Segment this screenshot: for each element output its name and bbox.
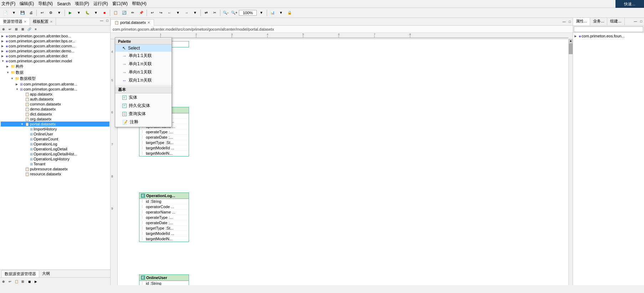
menu-nav[interactable]: 导航(N) [38,1,53,7]
right-tab-properties[interactable]: 属性... [573,18,590,25]
toolbar-zoom-dropdown[interactable]: ▼ [257,9,265,17]
entity-operation-log-2[interactable]: E OperationLog... ⋮ id :String ⋮ operato… [139,192,189,242]
tab-template-close[interactable]: ✕ [50,20,53,24]
toolbar-btn10[interactable]: 🐛 [83,9,91,17]
context-menu-relation3[interactable]: → 单向n:1关联 [115,68,172,76]
diagram-canvas[interactable]: 4 5 6 7 8 9 oldDataJson :S... [111,39,573,285]
panel-btn2[interactable]: ↩ [7,26,13,32]
tree-item-8[interactable]: ▼ 📁 数据模型 [1,76,109,82]
toolbar-zoom-in[interactable]: 🔍+ [230,9,238,17]
bottom-btn4[interactable]: ⊞ [20,279,26,284]
tree-item-1[interactable]: ▶ ■ com.primeton.gocom.afcenter.bps.or..… [1,38,109,43]
context-menu-relation1[interactable]: → 单向1:1关联 [115,52,172,60]
right-search-input[interactable] [574,26,643,32]
tree-item-3[interactable]: ▶ ■ com.primeton.gocom.afcenter.demo... [1,48,109,53]
tree-item-2[interactable]: ▶ ■ com.primeton.gocom.afcenter.comm... [1,43,109,48]
menu-help[interactable]: 帮助(H) [132,1,147,7]
toolbar-btn11[interactable]: ▼ [92,9,100,17]
toolbar-btn27[interactable]: 📊 [269,9,276,17]
bottom-btn2[interactable]: ↩ [7,279,13,284]
toolbar-btn21[interactable]: → [183,9,190,17]
toolbar-btn28[interactable]: ▼ [277,9,285,17]
toolbar-btn13[interactable]: 📋 [112,9,119,17]
toolbar-btn5[interactable]: ↩ [38,9,46,17]
tree-item-15[interactable]: 📋 dict.datasetx [1,112,109,117]
context-menu-entity[interactable]: E 实体 [115,93,172,102]
panel-collapse-all[interactable]: ≡ [33,26,39,32]
toolbar-btn2[interactable]: ▼ [10,9,18,17]
toolbar-btn23[interactable]: ⇄ [202,9,210,17]
right-tree[interactable]: ▶ ■ com.primeton.eos.foun... [573,33,644,285]
bottom-btn6[interactable]: ▶ [33,279,39,284]
toolbar-btn9[interactable]: ▼ [75,9,83,17]
toolbar-run[interactable]: ▶ [66,9,74,17]
tree-item-6[interactable]: ▶ 📁 构件 [1,63,109,70]
tree-item-22[interactable]: ⊞ OperationLogDetail [1,146,109,151]
file-tree[interactable]: ▶ ■ com.primeton.gocom.afcenter.boo... ▶… [0,33,110,269]
bottom-btn3[interactable]: 📋 [14,279,19,284]
tree-item-23[interactable]: ⊞ OperationLogDetailHist... [1,151,109,156]
tree-item-26[interactable]: 📋 pubresource.datasetx [1,166,109,171]
tree-item-21[interactable]: ⊞ OperationLog [1,142,109,146]
canvas-area[interactable]: oldDataJson :S... E OperationLog ⋮ id :S… [118,39,568,285]
toolbar-btn20[interactable]: ▼ [174,9,182,17]
toolbar-btn14[interactable]: 🔄 [120,9,128,17]
panel-minimize[interactable]: — [99,18,104,24]
toolbar-btn22[interactable]: ▼ [191,9,199,17]
menu-project[interactable]: 项目(P) [75,1,89,7]
tree-item-14[interactable]: 📋 demo.datasetx [1,107,109,112]
entity-online-user[interactable]: E OnlineUser ⋮ id :String ⋮ onlineCode :… [139,274,189,285]
scroll-up-btn[interactable]: ▲ [569,39,573,43]
menu-search[interactable]: Search [57,1,71,6]
toolbar-btn6[interactable]: ⚙ [47,9,55,17]
toolbar-btn19[interactable]: ← [165,9,173,17]
menu-file[interactable]: 文件(F) [1,1,15,7]
bottom-tab-resource[interactable]: 数据源资源管理器 [1,270,39,277]
tree-item-16[interactable]: 📋 org.datasetx [1,117,109,122]
editor-tab-close[interactable]: ✕ [147,21,150,25]
context-menu-persistent-entity[interactable]: P 持久化实体 [115,102,172,110]
tree-item-17[interactable]: ▼ 📋 portal.datasetx [1,122,109,127]
quick-access-bar[interactable]: 快速... [615,0,644,8]
tree-item-19[interactable]: ⊞ OnlineUser [1,132,109,137]
tab-maximize[interactable]: □ [567,18,573,25]
right-minimize[interactable]: — [633,18,638,25]
panel-btn1[interactable]: ⊕ [1,26,6,32]
tree-item-5[interactable]: ▼ ■ com.primeton.gocom.afcenter.model [1,58,109,63]
menu-window[interactable]: 窗口(W) [112,1,128,7]
tree-item-25[interactable]: ⊞ Tenant [1,161,109,166]
tree-item-11[interactable]: 📋 app.datasetx [1,92,109,97]
tree-item-9[interactable]: ▶ ⊞ com.primeton.gocom.afcente... [1,82,109,87]
context-menu-query-entity[interactable]: Q 查询实体 [115,110,172,118]
tree-item-10[interactable]: ▼ ⊞ com.primeton.gocom.afcente... [1,87,109,92]
editor-tab-portal[interactable]: 📋 portal.datasetx ✕ [111,19,154,26]
toolbar-stop[interactable]: ■ [101,9,108,17]
tree-item-4[interactable]: ▶ ■ com.primeton.gocom.afcenter.dict [1,53,109,58]
bottom-btn5[interactable]: ◼ [26,279,32,284]
tab-resource-manager[interactable]: 资源管理器 ✕ [0,18,30,25]
right-tab-components[interactable]: 组建... [607,18,624,25]
context-menu-comment[interactable]: 📝 注释 [115,118,172,126]
panel-maximize[interactable]: □ [104,18,110,24]
tree-item-20[interactable]: ⊞ OperateCount [1,137,109,142]
toolbar-btn15[interactable]: ✏ [129,9,137,17]
right-tab-business[interactable]: 业务... [590,18,607,25]
tree-item-0[interactable]: ▶ ■ com.primeton.gocom.afcenter.boo... [1,34,109,38]
toolbar-btn7[interactable]: ▼ [55,9,63,17]
toolbar-btn24[interactable]: ✂ [211,9,219,17]
toolbar-btn4[interactable]: 🖨 [27,9,35,17]
bottom-btn1[interactable]: ⊕ [1,279,6,284]
toolbar-zoom-out[interactable]: 🔍- [222,9,230,17]
scroll-thumb[interactable] [569,43,573,54]
right-tree-item-0[interactable]: ▶ ■ com.primeton.eos.foun... [574,34,643,38]
tree-item-12[interactable]: 📋 auth.datasetx [1,97,109,102]
context-menu-relation2[interactable]: → 单向1:n关联 [115,60,172,68]
tab-template-config[interactable]: 模板配置 ✕ [30,18,56,25]
tree-item-24[interactable]: ⊞ OperationLogHistory [1,156,109,161]
vertical-scrollbar[interactable]: ▲ ▼ [568,39,573,285]
panel-btn4[interactable]: ⊠ [20,26,26,32]
right-maximize[interactable]: □ [638,18,644,25]
tree-item-27[interactable]: 📋 resource.datasetx [1,171,109,176]
toolbar-btn17[interactable]: ↩ [148,9,156,17]
tab-resource-close[interactable]: ✕ [24,20,27,24]
